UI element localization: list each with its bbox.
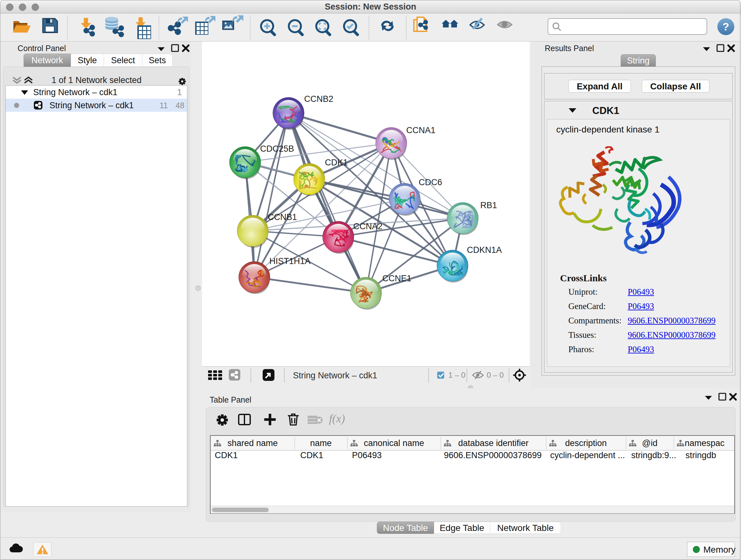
svg-text:HIST1H1A: HIST1H1A — [269, 256, 311, 266]
svg-text:CDC25B: CDC25B — [260, 144, 294, 153]
svg-text:1 – 0: 1 – 0 — [448, 371, 465, 379]
svg-text:CDKN1A: CDKN1A — [467, 245, 502, 255]
svg-text:0 – 0: 0 – 0 — [487, 371, 503, 379]
svg-text:RB1: RB1 — [480, 200, 497, 210]
svg-text:CDC6: CDC6 — [419, 178, 442, 187]
svg-text:CDK1: CDK1 — [325, 158, 348, 167]
svg-text:String Network – cdk1: String Network – cdk1 — [293, 371, 377, 380]
svg-text:CCNB1: CCNB1 — [268, 212, 297, 222]
svg-text:CCNE1: CCNE1 — [382, 273, 412, 283]
svg-text:CCNA1: CCNA1 — [406, 125, 435, 135]
svg-text:CCNB2: CCNB2 — [304, 94, 333, 104]
svg-text:CCNA2: CCNA2 — [353, 222, 383, 231]
